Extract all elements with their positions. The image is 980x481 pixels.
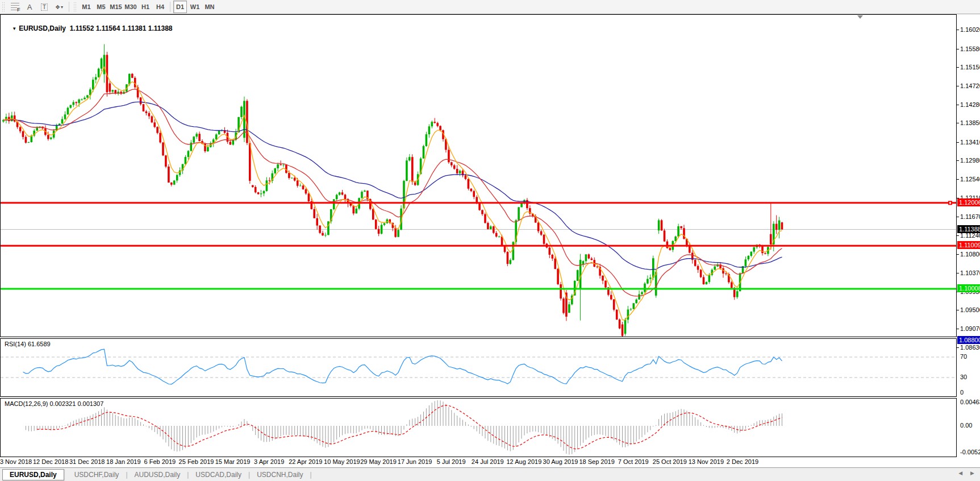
macd-panel[interactable]: MACD(12,26,9) 0.002321 0.001307 bbox=[0, 398, 957, 457]
chevron-down-icon: ▾ bbox=[61, 5, 63, 10]
date-axis-label: 30 Aug 2019 bbox=[543, 458, 578, 465]
macd-label: MACD(12,26,9) 0.002321 0.001307 bbox=[5, 400, 103, 407]
date-axis-label: 2 Dec 2019 bbox=[727, 458, 758, 465]
date-axis-label: 18 Jan 2019 bbox=[106, 458, 141, 465]
timeframe-button-m30[interactable]: M30 bbox=[124, 1, 137, 13]
timeframe-button-m1[interactable]: M1 bbox=[80, 1, 93, 13]
date-axis-label: 12 Aug 2019 bbox=[506, 458, 541, 465]
price-level-label: 1.11009 bbox=[957, 241, 980, 249]
date-axis-label: 23 Nov 2018 bbox=[0, 458, 32, 465]
price-axis-tick: 1.10800 bbox=[960, 251, 980, 258]
axis-tick-mark bbox=[957, 310, 959, 310]
timeframe-button-h1[interactable]: H1 bbox=[139, 1, 152, 13]
draw-text-label-icon[interactable]: T bbox=[37, 1, 51, 13]
timeframe-button-h4[interactable]: H4 bbox=[153, 1, 167, 13]
price-axis-tick: 1.10370 bbox=[960, 269, 980, 276]
date-axis-label: 13 Nov 2019 bbox=[689, 458, 724, 465]
price-level-label: 1.12006 bbox=[957, 198, 980, 206]
price-axis-tick: 1.15580 bbox=[960, 45, 980, 52]
rsi-line bbox=[23, 349, 782, 384]
rsi-axis-tick: 0 bbox=[960, 389, 964, 396]
chart-title: ▼EURUSD,Daily 1.11552 1.11564 1.11381 1.… bbox=[5, 16, 173, 40]
date-axis[interactable]: 23 Nov 201812 Dec 201831 Dec 201818 Jan … bbox=[0, 457, 980, 467]
chart-tab-usdchf[interactable]: USDCHF,Daily bbox=[68, 470, 126, 480]
price-chart-canvas[interactable] bbox=[1, 15, 956, 337]
price-axis-tick: 1.15150 bbox=[960, 64, 980, 71]
chart-tab-eurusd[interactable]: EURUSD,Daily bbox=[2, 469, 64, 480]
tab-scroll-left-icon[interactable]: ◀ bbox=[958, 470, 962, 476]
date-axis-label: 24 Jul 2019 bbox=[472, 458, 504, 465]
date-axis-label: 12 Dec 2018 bbox=[33, 458, 68, 465]
axis-tick-mark bbox=[957, 123, 959, 123]
toolbar-separator bbox=[69, 2, 69, 12]
tab-scroll-right-icon[interactable]: ▶ bbox=[970, 470, 974, 476]
chart-tab-usdcad[interactable]: USDCAD,Daily bbox=[189, 470, 248, 480]
timeframe-button-mn[interactable]: MN bbox=[203, 1, 216, 13]
price-axis-tick: 1.08630 bbox=[960, 344, 980, 351]
date-axis-label: 3 Apr 2019 bbox=[254, 458, 284, 465]
timeframe-button-m5[interactable]: M5 bbox=[94, 1, 108, 13]
axis-tick-mark bbox=[957, 254, 959, 255]
axis-tick-mark bbox=[957, 142, 959, 143]
axis-tick-mark bbox=[957, 329, 959, 329]
axis-tick-mark bbox=[957, 179, 959, 180]
date-axis-label: 5 Jul 2019 bbox=[437, 458, 466, 465]
axis-tick-mark bbox=[957, 217, 959, 217]
price-axis[interactable]: 1.160201.155801.151501.147201.142801.138… bbox=[957, 14, 980, 457]
rsi-panel[interactable]: RSI(14) 61.6589 bbox=[0, 338, 957, 397]
date-axis-label: 22 Apr 2019 bbox=[289, 458, 322, 465]
draw-text-icon[interactable]: A bbox=[23, 1, 36, 13]
top-toolbar: F A T ❖ ▾ M1M5M15M30H1H4D1W1MN bbox=[0, 0, 980, 14]
price-axis-tick: 1.13850 bbox=[960, 119, 980, 126]
date-axis-label: 10 May 2019 bbox=[324, 458, 360, 465]
macd-axis-tick: -0.005299 bbox=[960, 449, 980, 455]
axis-tick-mark bbox=[957, 67, 959, 68]
toolbar-grip[interactable] bbox=[73, 2, 77, 12]
date-axis-label: 29 May 2019 bbox=[360, 458, 397, 465]
chart-symbol: EURUSD,Daily bbox=[19, 24, 66, 32]
timeframe-button-m15[interactable]: M15 bbox=[109, 1, 123, 13]
price-axis-tick: 1.12540 bbox=[960, 176, 980, 183]
axis-tick-mark bbox=[957, 49, 959, 49]
date-axis-label: 25 Feb 2019 bbox=[179, 458, 214, 465]
main-chart-panel[interactable]: ▼EURUSD,Daily 1.11552 1.11564 1.11381 1.… bbox=[0, 14, 957, 337]
timeframe-button-d1[interactable]: D1 bbox=[173, 1, 187, 13]
price-level-label: 1.10008 bbox=[957, 284, 980, 292]
date-axis-label: 7 Oct 2019 bbox=[618, 458, 649, 465]
chart-tab-bar: EURUSD,DailyUSDCHF,Daily|AUDUSD,Daily|US… bbox=[0, 467, 980, 481]
price-axis-tick: 1.12980 bbox=[960, 157, 980, 164]
tab-separator: | bbox=[310, 471, 311, 479]
price-axis-tick: 1.09500 bbox=[960, 306, 980, 313]
rsi-axis-tick: 70 bbox=[960, 353, 967, 360]
chart-tab-audusd[interactable]: AUDUSD,Daily bbox=[128, 470, 187, 480]
date-axis-label: 6 Feb 2019 bbox=[144, 458, 176, 465]
macd-axis-tick: 0.00463 bbox=[960, 399, 980, 405]
toolbar-grip[interactable] bbox=[2, 2, 6, 12]
rsi-label: RSI(14) 61.6589 bbox=[5, 341, 51, 347]
axis-tick-mark bbox=[957, 347, 959, 348]
toolbar-separator bbox=[170, 2, 170, 12]
macd-signal-line bbox=[37, 405, 782, 449]
date-axis-label: 18 Sep 2019 bbox=[579, 458, 614, 465]
macd-axis-tick: 0.00 bbox=[960, 422, 972, 429]
slow-ma-line bbox=[3, 102, 782, 269]
axis-tick-mark bbox=[957, 86, 959, 86]
price-axis-tick: 1.09070 bbox=[960, 325, 980, 332]
date-axis-label: 15 Mar 2019 bbox=[215, 458, 251, 465]
chart-shift-marker[interactable] bbox=[857, 15, 863, 19]
rsi-axis-tick: 30 bbox=[960, 374, 967, 380]
ohlc-toggle-icon[interactable]: ▼ bbox=[12, 26, 16, 31]
chart-tab-usdcnh[interactable]: USDCNH,Daily bbox=[250, 470, 310, 480]
chart-ohlc-values: 1.11552 1.11564 1.11381 1.11388 bbox=[70, 24, 173, 32]
date-axis-label: 31 Dec 2018 bbox=[69, 458, 105, 465]
timeframe-button-w1[interactable]: W1 bbox=[188, 1, 202, 13]
price-axis-tick: 1.14720 bbox=[960, 82, 980, 89]
fibonacci-icon[interactable]: F bbox=[8, 1, 22, 13]
axis-tick-mark bbox=[957, 273, 959, 273]
fast-ma-line bbox=[3, 67, 782, 320]
price-level-label: 1.08800 bbox=[957, 336, 980, 344]
price-axis-tick: 1.14280 bbox=[960, 101, 980, 108]
tab-scrollers: ◀ ▶ bbox=[958, 470, 974, 476]
arrows-tool-icon[interactable]: ❖ ▾ bbox=[52, 1, 66, 13]
date-axis-label: 17 Jun 2019 bbox=[398, 458, 432, 465]
